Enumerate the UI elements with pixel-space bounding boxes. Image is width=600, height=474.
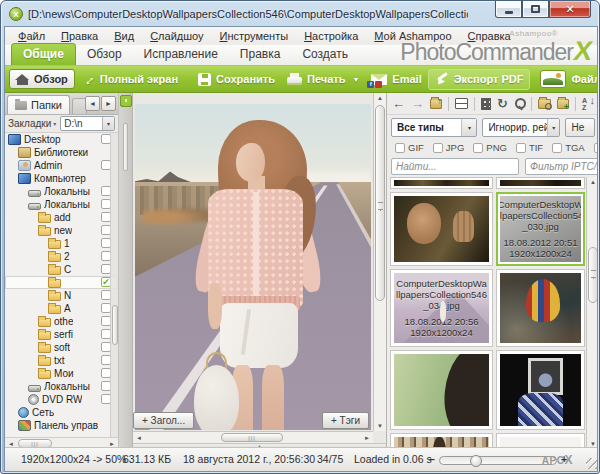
path-combo[interactable]: D:\n ▾ — [60, 116, 115, 131]
viewer-vscrollbar[interactable]: ▲ ▼ — [373, 93, 386, 431]
thumbnails-vscrollbar[interactable]: ▲ ▼ — [586, 177, 598, 449]
folder-add-button[interactable] — [557, 99, 569, 109]
folder-up-button[interactable] — [430, 99, 442, 109]
tree-item-0[interactable]: Desktop — [5, 133, 118, 146]
tree-item-5[interactable]: Локальны — [5, 198, 118, 211]
tree-item-19[interactable]: Локальны — [5, 380, 118, 393]
folder-search-button[interactable] — [538, 99, 550, 109]
panel-splitter[interactable] — [119, 93, 133, 449]
ribbon-tab-0[interactable]: Общие — [11, 43, 76, 65]
scrollbar-thumb[interactable]: ||| — [221, 433, 283, 442]
tree-item-18[interactable]: Мои — [5, 367, 118, 380]
thumbnail-2[interactable] — [390, 192, 493, 266]
tree-item-12[interactable]: N — [5, 289, 118, 302]
thumbnail-6[interactable] — [390, 350, 493, 430]
scrollbar-thumb[interactable] — [112, 305, 118, 345]
menu-item-4[interactable]: Инструменты — [213, 29, 296, 43]
tree-item-6[interactable]: add — [5, 211, 118, 224]
rating-filter[interactable]: Игнорир. рейти ▾ — [482, 118, 560, 137]
tree-item-4[interactable]: Локальны — [5, 185, 118, 198]
folders-tab[interactable]: Папки — [7, 95, 70, 114]
format-checkbox-gif[interactable]: GIF — [395, 142, 424, 153]
search-button[interactable] — [514, 97, 525, 110]
resize-grip[interactable] — [586, 458, 597, 469]
menu-item-1[interactable]: Правка — [54, 29, 105, 43]
zoom-slider[interactable] — [439, 456, 557, 465]
zoom-out-button[interactable]: – — [429, 453, 435, 465]
scroll-right-icon[interactable]: ► — [361, 432, 373, 443]
sort-button[interactable]: AZ — [582, 97, 594, 111]
thumbnail-1[interactable] — [496, 177, 585, 189]
tree-item-2[interactable]: Admin — [5, 159, 118, 172]
split-view-button[interactable] — [455, 98, 467, 109]
scroll-up-icon[interactable]: ▲ — [587, 179, 598, 185]
format-checkbox-tga[interactable]: TGA — [552, 142, 585, 153]
scroll-left-icon[interactable]: ◄ — [133, 432, 145, 443]
browse-button[interactable]: Обзор — [9, 69, 75, 89]
forward-button[interactable]: → — [411, 96, 424, 112]
maximize-button[interactable] — [522, 1, 549, 18]
scrollbar-thumb[interactable] — [375, 105, 385, 301]
tree-item-10[interactable]: C — [5, 263, 118, 276]
thumbnail-3[interactable]: ComputerDesktopWllpapersCollection54_030… — [496, 192, 585, 266]
tree-item-7[interactable]: new — [5, 224, 118, 237]
tree-item-11[interactable]: ✔ — [5, 276, 118, 289]
scrollbar-thumb[interactable] — [588, 247, 598, 303]
search-input[interactable] — [391, 158, 519, 175]
thumbnail-7[interactable] — [496, 350, 585, 430]
bookmarks-dropdown[interactable]: Закладки ▾ — [8, 118, 56, 129]
tree-item-20[interactable]: DVD RW — [5, 393, 118, 406]
file-button[interactable]: Файл ▼ — [538, 67, 598, 91]
tree-item-15[interactable]: serfi — [5, 328, 118, 341]
folder-tree-vscrollbar[interactable] — [110, 133, 118, 437]
tree-item-17[interactable]: txt — [5, 354, 118, 367]
collapse-panel-button[interactable] — [120, 95, 132, 107]
fullscreen-button[interactable]: ↔ Полный экран — [75, 70, 184, 88]
ribbon-tab-2[interactable]: Исправление — [133, 44, 229, 65]
email-button[interactable]: Email — [365, 70, 427, 88]
menu-item-2[interactable]: Вид — [107, 29, 141, 43]
add-tags-button[interactable]: + Тэги — [322, 412, 369, 429]
format-checkbox-psd[interactable]: PSD — [594, 142, 598, 153]
ribbon-tab-4[interactable]: Создать — [291, 44, 359, 65]
current-photo[interactable] — [135, 104, 371, 430]
export-pdf-button[interactable]: Экспорт PDF — [428, 69, 531, 90]
refresh-button[interactable]: ↻ — [497, 96, 508, 112]
thumbnail-0[interactable] — [390, 177, 493, 189]
close-button[interactable]: ✕ — [549, 1, 591, 18]
thumbnail-5[interactable] — [496, 269, 585, 347]
scroll-up-icon[interactable]: ▲ — [374, 95, 386, 101]
ribbon-tab-3[interactable]: Правка — [229, 44, 292, 65]
tree-item-21[interactable]: Сеть — [5, 406, 118, 419]
menu-item-5[interactable]: Настройка — [297, 29, 365, 43]
save-button[interactable]: Сохранить — [192, 70, 281, 89]
tree-item-1[interactable]: Библиотеки — [5, 146, 118, 159]
tree-item-22[interactable]: Панель управ — [5, 419, 118, 432]
format-checkbox-jpg[interactable]: JPG — [433, 142, 464, 153]
tree-item-14[interactable]: othe — [5, 315, 118, 328]
format-checkbox-png[interactable]: PNG — [473, 142, 507, 153]
thumbnail-grid-button[interactable] — [481, 98, 491, 110]
splitter-grip[interactable] — [123, 123, 128, 171]
ribbon-tab-1[interactable]: Обзор — [76, 44, 133, 65]
add-caption-button[interactable]: + Загол... — [133, 412, 194, 429]
tab-scroll-right-button[interactable]: ► — [101, 96, 116, 111]
tree-item-16[interactable]: soft — [5, 341, 118, 354]
tree-item-8[interactable]: 1 — [5, 237, 118, 250]
iptc-filter-input[interactable] — [525, 158, 598, 175]
menu-item-3[interactable]: Слайдшоу — [143, 29, 210, 43]
viewer-hscrollbar[interactable]: ◄ ► ||| — [133, 431, 373, 443]
rating-extra-button[interactable]: Не — [565, 118, 595, 137]
tab-scroll-left-button[interactable]: ◄ — [85, 96, 100, 111]
tree-item-13[interactable]: A — [5, 302, 118, 315]
thumbnail-4[interactable]: ComputerDesktopWallpapersCollection546_0… — [390, 269, 493, 347]
zoom-slider-thumb[interactable] — [470, 455, 482, 467]
format-checkbox-tif[interactable]: TIF — [516, 142, 543, 153]
minimize-button[interactable] — [495, 1, 522, 18]
print-button[interactable]: Печать ▼ — [281, 70, 365, 88]
tree-item-9[interactable]: 2 — [5, 250, 118, 263]
file-type-filter[interactable]: Все типы ▾ — [391, 118, 477, 137]
menu-item-0[interactable]: Файл — [11, 29, 52, 43]
tree-item-3[interactable]: Компьютер — [5, 172, 118, 185]
scroll-down-icon[interactable]: ▼ — [374, 423, 386, 429]
